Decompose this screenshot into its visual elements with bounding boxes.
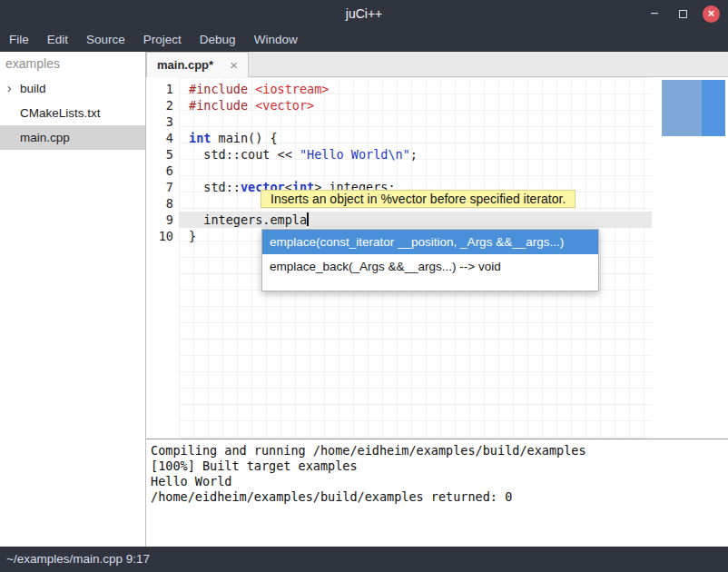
expander-chevron-icon[interactable]: ›: [7, 76, 12, 101]
tab-maincpp[interactable]: main.cpp* ×: [146, 52, 249, 77]
code-line-5[interactable]: std::cout << "Hello World\n";: [179, 146, 652, 163]
code-token: ;: [410, 147, 418, 162]
code-token: #include: [189, 82, 248, 96]
tree-item-label: main.cpp: [20, 131, 70, 144]
output-line: /home/eidheim/examples/build/examples re…: [151, 489, 728, 505]
tree-item-build[interactable]: › build: [0, 76, 145, 101]
code-line-6[interactable]: [179, 163, 652, 179]
titlebar: juCi++ − ×: [0, 0, 728, 27]
build-output-panel[interactable]: Compiling and running /home/eidheim/exam…: [146, 439, 728, 547]
code-line-9-current[interactable]: integers.empla: [179, 212, 652, 228]
menu-item-edit[interactable]: Edit: [38, 27, 77, 52]
code-line-1[interactable]: #include <iostream>: [179, 81, 652, 97]
code-token: <iostream>: [255, 82, 329, 96]
code-line-3[interactable]: [179, 113, 652, 130]
tree-header-examples[interactable]: examples: [0, 52, 145, 76]
window-controls: − ×: [646, 0, 720, 27]
code-token: #include: [189, 98, 248, 113]
line-number: 3: [146, 113, 179, 130]
line-number: 9: [146, 212, 179, 228]
tree-item-label: CMakeLists.txt: [20, 106, 101, 120]
menu-item-source[interactable]: Source: [77, 27, 134, 52]
statusbar: ~/examples/main.cpp 9:17: [0, 547, 728, 572]
code-token: [248, 98, 255, 113]
tree-item-maincpp[interactable]: main.cpp: [0, 125, 145, 150]
code-token: std::cout <<: [189, 147, 300, 162]
menu-item-debug[interactable]: Debug: [191, 27, 245, 52]
tab-label: main.cpp*: [157, 58, 213, 72]
code-line-2[interactable]: #include <vector>: [179, 97, 652, 113]
code-token: }: [189, 229, 196, 243]
scroll-map-slider[interactable]: [702, 80, 725, 136]
app-window: juCi++ − × File Edit Source Project Debu…: [0, 0, 728, 572]
line-number: 2: [146, 97, 179, 113]
status-file-position: ~/examples/main.cpp 9:17: [6, 552, 150, 566]
output-line: Compiling and running /home/eidheim/exam…: [151, 443, 728, 459]
content-area: main.cpp* × 1 2 3 4 5 6 7 8 9 10 #includ…: [146, 52, 728, 547]
code-token: <vector>: [255, 98, 314, 113]
tree-item-cmakelists[interactable]: CMakeLists.txt: [0, 101, 145, 125]
scroll-map[interactable]: [652, 77, 728, 439]
restore-icon: [679, 10, 687, 18]
menubar: File Edit Source Project Debug Window: [0, 27, 728, 52]
file-tree-sidebar: examples › build CMakeLists.txt main.cpp: [0, 52, 146, 547]
menu-item-project[interactable]: Project: [134, 27, 191, 52]
line-number: 5: [146, 146, 179, 163]
code-token: integers.empla: [189, 212, 307, 227]
menu-item-file[interactable]: File: [0, 27, 38, 52]
close-button[interactable]: ×: [703, 5, 720, 23]
line-number: 10: [146, 228, 179, 244]
completion-item-emplace[interactable]: emplace(const_iterator __position, _Args…: [262, 230, 598, 254]
line-number: 6: [146, 163, 179, 179]
line-number: 7: [146, 179, 179, 195]
line-number: 8: [146, 195, 179, 212]
menu-item-window[interactable]: Window: [245, 27, 307, 52]
code-editor[interactable]: 1 2 3 4 5 6 7 8 9 10 #include <iostream>…: [146, 77, 728, 439]
code-token: [248, 82, 255, 96]
completion-popup: emplace(const_iterator __position, _Args…: [261, 229, 599, 291]
tree-item-label: build: [20, 82, 46, 95]
text-caret: [307, 212, 309, 226]
output-line: Hello World: [151, 474, 728, 489]
tabbar: main.cpp* ×: [146, 52, 728, 77]
tab-close-icon[interactable]: ×: [230, 58, 238, 72]
line-number: 1: [146, 81, 179, 97]
doc-tooltip: Inserts an object in %vector before spec…: [261, 190, 576, 208]
code-token: std::: [189, 180, 241, 194]
code-token: "Hello World\n": [300, 147, 410, 162]
code-line-4[interactable]: int main() {: [179, 130, 652, 146]
restore-button[interactable]: [674, 0, 691, 27]
line-number: 4: [146, 130, 179, 146]
code-token: int: [189, 131, 211, 145]
close-icon: ×: [708, 6, 715, 20]
minimize-button[interactable]: −: [646, 1, 663, 26]
code-token: main() {: [211, 131, 277, 145]
minimize-icon: −: [650, 5, 658, 21]
line-number-gutter: 1 2 3 4 5 6 7 8 9 10: [146, 77, 179, 439]
completion-item-emplace-back[interactable]: emplace_back(_Args &&__args...) --> void: [262, 254, 598, 279]
window-title: juCi++: [0, 0, 728, 27]
output-line: [100%] Built target examples: [151, 459, 728, 474]
